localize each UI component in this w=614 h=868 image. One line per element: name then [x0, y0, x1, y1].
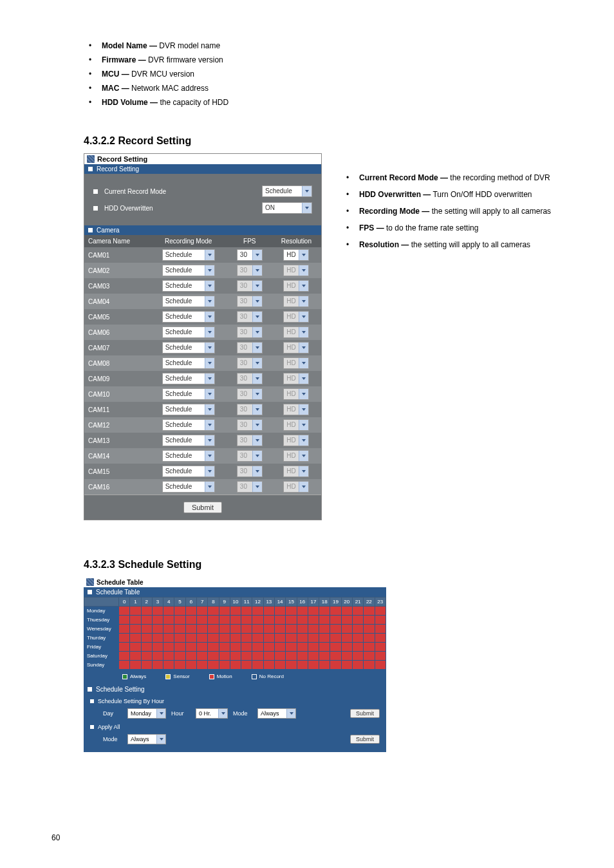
schedule-cell[interactable] — [263, 643, 274, 652]
recording-mode-select[interactable]: Schedule — [162, 435, 215, 446]
schedule-cell[interactable] — [130, 616, 141, 625]
schedule-cell[interactable] — [152, 616, 163, 625]
mode-select[interactable]: Always — [257, 708, 296, 719]
schedule-cell[interactable] — [341, 625, 352, 634]
schedule-cell[interactable] — [308, 625, 319, 634]
schedule-cell[interactable] — [219, 652, 230, 661]
schedule-cell[interactable] — [230, 643, 241, 652]
schedule-cell[interactable] — [152, 652, 163, 661]
recording-mode-select[interactable]: Schedule — [162, 280, 215, 292]
schedule-cell[interactable] — [330, 652, 341, 661]
record-submit-button[interactable]: Submit — [183, 502, 222, 513]
schedule-cell[interactable] — [263, 634, 274, 643]
schedule-cell[interactable] — [364, 625, 375, 634]
schedule-cell[interactable] — [330, 616, 341, 625]
schedule-cell[interactable] — [286, 661, 297, 670]
schedule-cell[interactable] — [308, 607, 319, 616]
schedule-cell[interactable] — [141, 616, 152, 625]
schedule-cell[interactable] — [308, 616, 319, 625]
schedule-cell[interactable] — [185, 634, 196, 643]
schedule-cell[interactable] — [319, 643, 330, 652]
schedule-cell[interactable] — [274, 607, 285, 616]
schedule-cell[interactable] — [230, 634, 241, 643]
schedule-cell[interactable] — [330, 634, 341, 643]
schedule-cell[interactable] — [197, 652, 208, 661]
schedule-cell[interactable] — [263, 616, 274, 625]
schedule-cell[interactable] — [163, 616, 174, 625]
schedule-cell[interactable] — [241, 643, 252, 652]
recording-mode-select[interactable]: Schedule — [162, 373, 215, 384]
schedule-cell[interactable] — [130, 643, 141, 652]
schedule-cell[interactable] — [185, 607, 196, 616]
schedule-cell[interactable] — [174, 616, 185, 625]
schedule-cell[interactable] — [219, 634, 230, 643]
schedule-cell[interactable] — [241, 616, 252, 625]
schedule-cell[interactable] — [319, 607, 330, 616]
schedule-cell[interactable] — [163, 625, 174, 634]
schedule-cell[interactable] — [119, 643, 130, 652]
schedule-cell[interactable] — [352, 616, 363, 625]
recording-mode-select[interactable]: Schedule — [162, 311, 215, 323]
schedule-cell[interactable] — [130, 607, 141, 616]
schedule-cell[interactable] — [364, 634, 375, 643]
schedule-cell[interactable] — [208, 625, 219, 634]
fps-select[interactable]: 30 — [237, 249, 263, 261]
schedule-cell[interactable] — [208, 652, 219, 661]
recording-mode-select[interactable]: Schedule — [162, 419, 215, 431]
schedule-cell[interactable] — [297, 661, 308, 670]
schedule-cell[interactable] — [319, 625, 330, 634]
schedule-cell[interactable] — [163, 661, 174, 670]
schedule-cell[interactable] — [163, 634, 174, 643]
schedule-cell[interactable] — [141, 661, 152, 670]
applyall-mode-select[interactable]: Always — [127, 734, 166, 744]
schedule-cell[interactable] — [163, 607, 174, 616]
hdd-overwritten-select[interactable]: ON — [262, 202, 312, 214]
schedule-cell[interactable] — [119, 652, 130, 661]
schedule-cell[interactable] — [330, 643, 341, 652]
schedule-cell[interactable] — [185, 616, 196, 625]
schedule-cell[interactable] — [286, 607, 297, 616]
schedule-cell[interactable] — [297, 607, 308, 616]
schedule-cell[interactable] — [241, 661, 252, 670]
schedule-cell[interactable] — [319, 661, 330, 670]
schedule-cell[interactable] — [130, 625, 141, 634]
schedule-cell[interactable] — [241, 652, 252, 661]
schedule-cell[interactable] — [375, 634, 386, 643]
schedule-cell[interactable] — [141, 625, 152, 634]
schedule-cell[interactable] — [219, 661, 230, 670]
schedule-cell[interactable] — [308, 643, 319, 652]
schedule-cell[interactable] — [274, 652, 285, 661]
recording-mode-select[interactable]: Schedule — [162, 357, 215, 369]
recording-mode-select[interactable]: Schedule — [162, 265, 215, 276]
schedule-cell[interactable] — [208, 607, 219, 616]
schedule-cell[interactable] — [375, 652, 386, 661]
schedule-cell[interactable] — [341, 616, 352, 625]
hour-select[interactable]: 0 Hr. — [196, 708, 228, 719]
schedule-cell[interactable] — [375, 616, 386, 625]
recording-mode-select[interactable]: Schedule — [162, 466, 215, 477]
current-record-mode-select[interactable]: Schedule — [262, 185, 312, 197]
schedule-cell[interactable] — [330, 625, 341, 634]
schedule-cell[interactable] — [174, 661, 185, 670]
schedule-cell[interactable] — [230, 661, 241, 670]
schedule-cell[interactable] — [297, 616, 308, 625]
schedule-cell[interactable] — [252, 607, 263, 616]
schedule-cell[interactable] — [208, 616, 219, 625]
schedule-cell[interactable] — [364, 616, 375, 625]
schedule-cell[interactable] — [286, 616, 297, 625]
schedule-cell[interactable] — [174, 607, 185, 616]
schedule-cell[interactable] — [352, 661, 363, 670]
schedule-cell[interactable] — [130, 634, 141, 643]
schedule-cell[interactable] — [130, 652, 141, 661]
schedule-cell[interactable] — [286, 652, 297, 661]
schedule-cell[interactable] — [352, 607, 363, 616]
recording-mode-select[interactable]: Schedule — [162, 450, 215, 462]
schedule-cell[interactable] — [308, 652, 319, 661]
schedule-cell[interactable] — [319, 634, 330, 643]
schedule-cell[interactable] — [119, 661, 130, 670]
schedule-cell[interactable] — [219, 616, 230, 625]
schedule-cell[interactable] — [197, 607, 208, 616]
schedule-cell[interactable] — [274, 661, 285, 670]
schedule-cell[interactable] — [375, 661, 386, 670]
schedule-cell[interactable] — [297, 625, 308, 634]
